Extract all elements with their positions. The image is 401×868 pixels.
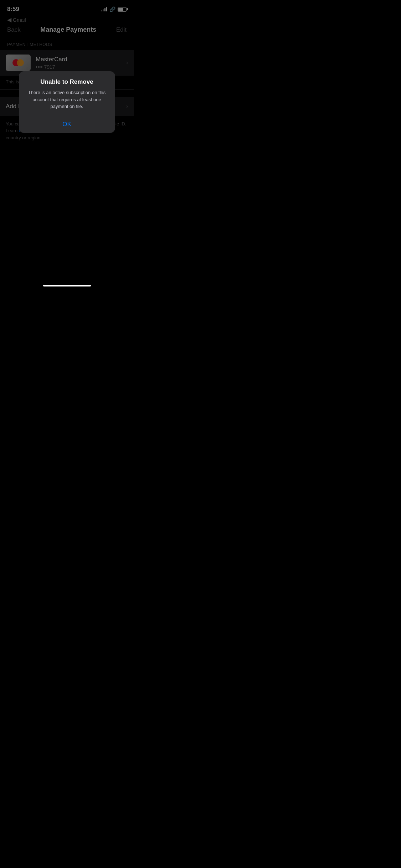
- ok-button[interactable]: OK: [19, 116, 115, 133]
- home-indicator: [43, 285, 91, 286]
- alert-dialog: Unable to Remove There is an active subs…: [19, 71, 115, 133]
- alert-content: Unable to Remove There is an active subs…: [19, 71, 115, 116]
- modal-overlay: Unable to Remove There is an active subs…: [0, 0, 134, 289]
- alert-title: Unable to Remove: [25, 78, 109, 86]
- alert-message: There is an active subscription on this …: [25, 89, 109, 110]
